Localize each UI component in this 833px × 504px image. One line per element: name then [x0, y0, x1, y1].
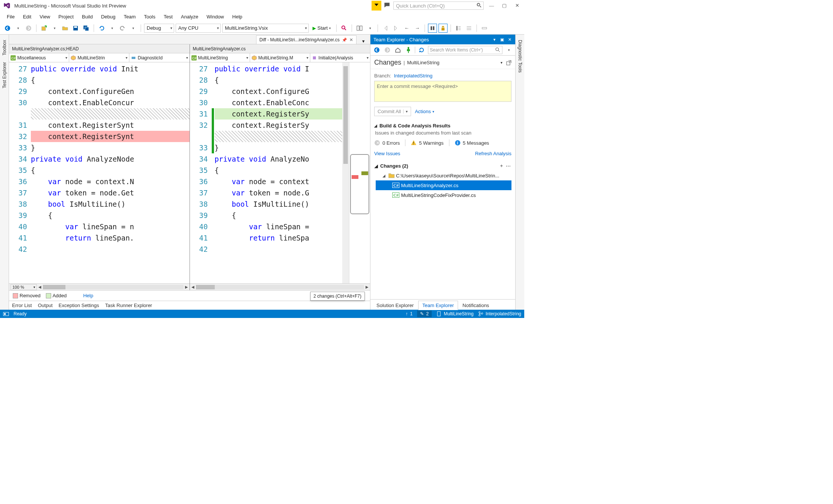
errors-stat[interactable]: ✕0 Errors	[374, 140, 400, 146]
status-branch[interactable]: InterpolatedString	[478, 311, 521, 316]
refresh-analysis-link[interactable]: Refresh Analysis	[475, 151, 511, 156]
left-code[interactable]: public override void Init{ context.Confi…	[31, 62, 190, 283]
commit-message-input[interactable]	[374, 81, 511, 102]
left-nav-member[interactable]: DiagnosticId	[129, 53, 189, 62]
panel-dropdown-icon[interactable]: ▾	[492, 37, 497, 42]
open-file-button[interactable]	[61, 24, 70, 33]
expand-icon[interactable]: ◢	[382, 174, 387, 178]
diff-next-button[interactable]	[391, 24, 401, 33]
menu-edit[interactable]: Edit	[19, 12, 35, 21]
close-button[interactable]: ✕	[512, 2, 522, 10]
te-refresh-button[interactable]	[417, 46, 426, 54]
left-nav-class[interactable]: MultiLineStrin	[69, 53, 129, 62]
te-connect-button[interactable]	[404, 46, 413, 54]
diff-prev-button[interactable]	[381, 24, 390, 33]
test-explorer-tab[interactable]: Test Explorer	[1, 60, 8, 91]
changes-more-button[interactable]: ⋯	[505, 163, 511, 169]
right-nav-project[interactable]: C#MultiLineString	[190, 53, 250, 62]
menu-analyze[interactable]: Analyze	[177, 12, 202, 21]
lock-button[interactable]	[439, 24, 448, 33]
left-nav-project[interactable]: C#Miscellaneous	[9, 53, 69, 62]
new-project-button[interactable]	[39, 24, 49, 33]
menu-help[interactable]: Help	[229, 12, 246, 21]
panel-pin-icon[interactable]: ▣	[499, 37, 505, 42]
platform-dropdown[interactable]: Any CPU	[176, 24, 221, 33]
save-all-button[interactable]	[82, 24, 91, 33]
toolbar-icon-3[interactable]	[480, 24, 489, 33]
te-home-button[interactable]	[394, 46, 402, 54]
arrow-right-button[interactable]: →	[413, 24, 422, 33]
right-vscroll[interactable]	[342, 62, 349, 283]
diff-help-link[interactable]: Help	[83, 293, 93, 298]
undo-dropdown[interactable]: ▾	[108, 24, 117, 33]
solution-explorer-tab[interactable]: Solution Explorer	[373, 301, 417, 310]
minimize-button[interactable]: —	[487, 2, 496, 10]
tab-overflow-button[interactable]: ▾	[360, 38, 367, 44]
scroll-left-icon[interactable]: ◀	[190, 285, 196, 289]
menu-view[interactable]: View	[36, 12, 54, 21]
pin-icon[interactable]: 📌	[342, 38, 347, 42]
find-in-files-button[interactable]	[340, 24, 349, 33]
menu-debug[interactable]: Debug	[97, 12, 119, 21]
changed-file-row[interactable]: C# MultiLineStringCodeFixProvider.cs	[376, 190, 511, 200]
popout-icon[interactable]	[506, 60, 511, 65]
diagnostic-tools-tab[interactable]: Diagnostic Tools	[517, 38, 523, 75]
menu-file[interactable]: File	[3, 12, 18, 21]
te-search-input[interactable]: Search Work Items (Ctrl+')	[428, 46, 502, 54]
menu-build[interactable]: Build	[78, 12, 97, 21]
menu-project[interactable]: Project	[55, 12, 77, 21]
save-button[interactable]	[71, 24, 80, 33]
nav-forward-button[interactable]	[24, 24, 33, 33]
pending-changes[interactable]: ✎2	[417, 310, 432, 317]
analysis-section-header[interactable]: ◢ Build & Code Analysis Results	[374, 121, 511, 130]
sync-views-button[interactable]	[428, 24, 437, 33]
start-debug-button[interactable]: ▶ Start ▾	[310, 24, 333, 33]
new-project-dropdown[interactable]: ▾	[50, 24, 59, 33]
warnings-stat[interactable]: !5 Warnings	[411, 140, 443, 146]
task-runner-tab[interactable]: Task Runner Explorer	[105, 303, 152, 308]
changes-section-header[interactable]: ◢ Changes (2) ＋ ⋯	[374, 161, 511, 171]
toolbar-icon-2[interactable]	[464, 24, 473, 33]
messages-stat[interactable]: i5 Messages	[455, 140, 489, 146]
zoom-dropdown[interactable]: 100 %	[11, 284, 37, 290]
undo-button[interactable]	[97, 24, 106, 33]
branch-link[interactable]: InterpolatedString	[394, 73, 432, 79]
maximize-button[interactable]: ▢	[499, 2, 509, 10]
menu-test[interactable]: Test	[160, 12, 176, 21]
te-back-button[interactable]	[373, 46, 381, 54]
startup-project-dropdown[interactable]: MultiLineString.Vsix	[222, 24, 309, 33]
output-tab[interactable]: Output	[38, 303, 53, 308]
unpushed-commits[interactable]: ↑1	[406, 311, 413, 316]
diff-view-dropdown[interactable]: ▾	[366, 24, 375, 33]
status-project[interactable]: MultiLineString	[436, 311, 473, 316]
view-issues-link[interactable]: View Issues	[374, 151, 400, 156]
right-hscroll[interactable]: ◀ ▶	[190, 283, 370, 290]
header-dropdown-icon[interactable]: ▾	[501, 61, 502, 65]
notifications-tab[interactable]: Notifications	[459, 301, 493, 310]
commit-dropdown-icon[interactable]: ▾	[403, 109, 408, 114]
exception-settings-tab[interactable]: Exception Settings	[59, 303, 99, 308]
notification-flag-icon[interactable]	[372, 1, 381, 11]
team-explorer-tab[interactable]: Team Explorer	[418, 301, 458, 310]
actions-link[interactable]: Actions ▾	[415, 109, 434, 114]
config-dropdown[interactable]: Debug	[144, 24, 174, 33]
nav-back-dropdown[interactable]: ▾	[14, 24, 23, 33]
scroll-right-icon[interactable]: ▶	[184, 285, 190, 289]
scroll-left-icon[interactable]: ◀	[37, 285, 43, 289]
document-tab-diff[interactable]: Diff - MultiLineStri...ineStringAnalyzer…	[256, 35, 357, 44]
te-forward-button[interactable]	[383, 46, 391, 54]
menu-tools[interactable]: Tools	[140, 12, 159, 21]
error-list-tab[interactable]: Error List	[12, 303, 32, 308]
nav-back-button[interactable]	[3, 24, 12, 33]
overview-ruler[interactable]	[349, 62, 370, 283]
folder-row[interactable]: ◢ C:\Users\kaseyu\Source\Repos\MultiLine…	[376, 171, 511, 180]
toolbar-icon-1[interactable]	[454, 24, 463, 33]
diff-view-button[interactable]	[355, 24, 364, 33]
quick-launch-input[interactable]: Quick Launch (Ctrl+Q)	[393, 2, 484, 10]
commit-all-button[interactable]: Commit All ▾	[374, 107, 411, 116]
stage-all-button[interactable]: ＋	[498, 162, 505, 169]
menu-window[interactable]: Window	[203, 12, 228, 21]
toolbox-tab[interactable]: Toolbox	[1, 38, 8, 58]
redo-button[interactable]	[118, 24, 127, 33]
redo-dropdown[interactable]: ▾	[129, 24, 138, 33]
